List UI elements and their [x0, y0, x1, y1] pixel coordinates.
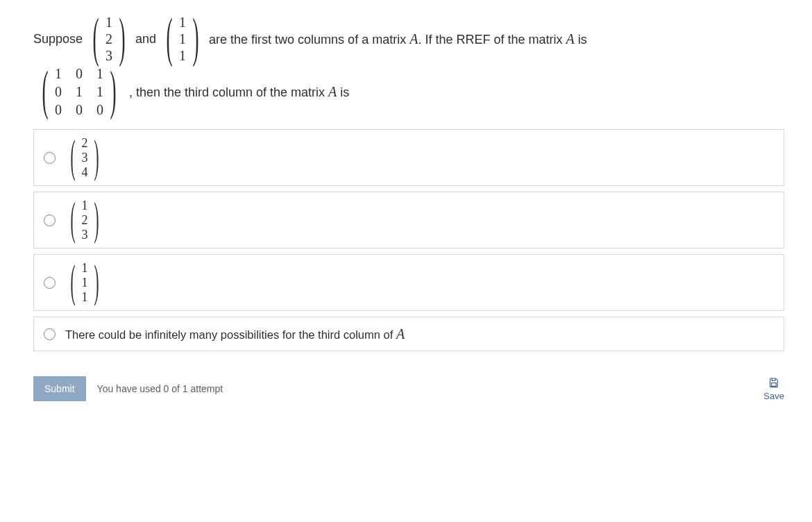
stem-text: and	[135, 30, 156, 49]
option-3[interactable]: ( 1 1 1 )	[33, 254, 784, 311]
option-text: There could be infinitely many possibili…	[65, 326, 405, 342]
option-vector: ( 2 3 4 )	[65, 137, 104, 178]
column-vector-2: ( 1 1 1 )	[160, 15, 205, 62]
save-button[interactable]: Save	[763, 377, 784, 401]
stem-text: Suppose	[33, 30, 83, 49]
attempt-status: You have used 0 of 1 attempt	[97, 383, 223, 394]
radio-icon[interactable]	[44, 152, 56, 164]
stem-text: , then the third column of the matrix A …	[129, 81, 349, 102]
option-2[interactable]: ( 1 2 3 )	[33, 192, 784, 249]
option-4[interactable]: There could be infinitely many possibili…	[33, 317, 784, 351]
rref-matrix: ( 101 011 000 )	[36, 67, 122, 117]
stem-text: are the first two columns of a matrix A.…	[209, 28, 587, 49]
column-vector-1: ( 1 2 3 )	[87, 15, 131, 62]
save-icon	[768, 377, 779, 388]
option-vector: ( 1 2 3 )	[65, 199, 104, 241]
radio-icon[interactable]	[44, 328, 56, 340]
submit-button[interactable]: Submit	[33, 376, 86, 401]
radio-icon[interactable]	[44, 277, 56, 289]
option-vector: ( 1 1 1 )	[65, 262, 104, 303]
save-label: Save	[763, 391, 784, 401]
option-1[interactable]: ( 2 3 4 )	[33, 129, 784, 186]
footer-bar: Submit You have used 0 of 1 attempt Save	[33, 376, 784, 401]
svg-rect-0	[772, 382, 777, 386]
answer-options: ( 2 3 4 ) ( 1 2 3 ) ( 1 1 1	[33, 129, 784, 351]
radio-icon[interactable]	[44, 214, 56, 226]
question-stem: Suppose ( 1 2 3 ) and ( 1 1 1 ) are the …	[33, 15, 784, 117]
